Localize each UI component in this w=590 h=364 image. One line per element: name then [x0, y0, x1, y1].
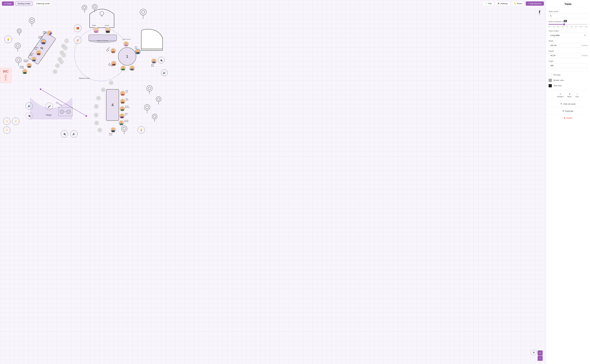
seat-moh: Maid-of-honor [123, 41, 129, 47]
sp-16: 16 [101, 88, 105, 92]
angle-input[interactable] [549, 63, 588, 68]
rotation-button[interactable]: ↻ Rotation [556, 92, 564, 98]
space-between-group: Space between chairs 60 45 55 60 65 75 8… [549, 20, 588, 28]
svg-point-120 [60, 110, 64, 114]
svg-point-70 [137, 50, 139, 52]
canvas-area[interactable]: ✕ Close Seating mode Catering mode 📄 Fil… [0, 0, 546, 364]
width-input[interactable] [549, 43, 581, 48]
svg-rect-53 [42, 42, 45, 44]
svg-point-128 [5, 75, 6, 76]
svg-point-98 [122, 92, 123, 94]
width-unit: Inches [582, 44, 588, 46]
svg-point-16 [16, 44, 19, 47]
svg-point-18 [16, 57, 21, 63]
svg-marker-1 [539, 12, 540, 15]
fill-color-label: Fill color [554, 74, 561, 76]
name-carr: Carr [120, 69, 123, 70]
name-moh: Maid-of-honor [123, 39, 130, 40]
svg-point-125 [17, 29, 21, 33]
ruler-button[interactable]: 📏 Ruler [511, 1, 524, 6]
table-1[interactable]: 1 [118, 47, 136, 65]
fill-color-swatch[interactable] [549, 73, 552, 77]
delete-button[interactable]: 🗑 Delete [549, 116, 588, 120]
svg-rect-114 [112, 130, 115, 132]
close-button[interactable]: ✕ Close [2, 1, 14, 6]
tree-r3 [143, 104, 151, 114]
zoom-out-button[interactable]: − [538, 356, 543, 361]
sp-20: 20 [94, 121, 99, 125]
tree-r1 [145, 85, 154, 95]
file-icon: 📄 [485, 2, 487, 5]
height-input[interactable] [549, 53, 581, 58]
seat-brenden: BrendenHoldon [26, 63, 32, 69]
crosshair-icon[interactable]: ⊕ [531, 349, 537, 355]
speaker-icon: 🔊 [161, 69, 168, 76]
add-element-button[interactable]: + Add element [526, 1, 544, 6]
svg-point-104 [121, 107, 123, 109]
catering-mode-button[interactable]: Catering mode [34, 1, 52, 6]
svg-text:N: N [540, 10, 541, 11]
svg-point-95 [153, 59, 155, 61]
svg-rect-59 [32, 60, 36, 61]
move-button[interactable]: ✥ Move [566, 92, 573, 98]
action-row: ↻ Rotation ✥ Move ⤡ Size [549, 91, 588, 99]
svg-point-113 [112, 128, 114, 130]
name-brenden: BrendenHoldon [24, 59, 29, 63]
table-4[interactable]: 4 [106, 89, 119, 121]
name-jessica: JessicaWanda [124, 119, 129, 122]
microphone-icon: 🎤 [45, 103, 53, 110]
plug-icon: 🔌 [158, 57, 164, 64]
ruler-icon: 📏 [514, 2, 516, 5]
sp-14: 14 [53, 69, 57, 74]
zoom-controls: + − [538, 351, 543, 361]
svg-point-24 [156, 97, 161, 102]
hide-seats-button[interactable]: 👁 Hide all seats [549, 102, 588, 106]
seat-darrol: DarrolFrye [31, 57, 37, 63]
divider-4 [549, 107, 588, 108]
width-group: Width Inches [549, 40, 588, 48]
table-name-label: Table name [549, 10, 588, 13]
size-button[interactable]: ⤡ Size [575, 92, 580, 98]
duplicate-button[interactable]: ⧉ Duplicate [549, 108, 588, 113]
slider-thumb[interactable]: 60 [563, 23, 565, 26]
border-color-label: Border color [554, 79, 564, 81]
svg-rect-108 [120, 117, 123, 118]
zoom-in-button[interactable]: + [538, 351, 543, 356]
tree-b1 [120, 125, 129, 136]
svg-point-121 [61, 111, 63, 113]
table-shape-select[interactable]: Long table [549, 33, 588, 38]
wc-sign: WC [0, 68, 11, 83]
svg-point-13 [31, 19, 33, 22]
svg-point-55 [38, 51, 40, 53]
tree-r2 [155, 96, 162, 106]
svg-point-33 [121, 126, 127, 131]
file-button[interactable]: 📄 File [483, 1, 494, 6]
svg-point-19 [17, 58, 20, 61]
border-color-swatch[interactable] [549, 79, 552, 82]
space-slider[interactable]: 60 [549, 24, 588, 25]
name-ronan: RonanCooper [20, 65, 24, 69]
name-gregor: GregorBentez [38, 36, 42, 39]
seating-mode-button[interactable]: Seating mode [15, 1, 32, 6]
svg-rect-56 [37, 53, 40, 55]
angle-group: Angle [549, 60, 588, 68]
groom-label: Groom [105, 25, 109, 26]
svg-line-131 [5, 79, 6, 81]
svg-point-58 [33, 58, 35, 59]
seat-kirstin: KirstinFrye [36, 50, 41, 56]
text-color-swatch[interactable] [549, 84, 552, 87]
tree-l2 [13, 43, 22, 53]
svg-rect-65 [23, 72, 26, 74]
tree-small-1 [16, 28, 23, 37]
svg-rect-68 [124, 45, 128, 46]
panel-title: Table [549, 2, 588, 8]
table-name-input[interactable] [549, 13, 588, 18]
sp-18: 18 [94, 104, 98, 109]
svg-rect-102 [121, 102, 124, 103]
hotkeys-button[interactable]: ⌘ Hotkeys [495, 1, 510, 6]
tree-l1 [28, 17, 36, 27]
svg-point-30 [152, 114, 157, 119]
divider-3 [549, 100, 588, 101]
svg-point-31 [153, 115, 156, 118]
table-name-group: Table name [549, 10, 588, 18]
